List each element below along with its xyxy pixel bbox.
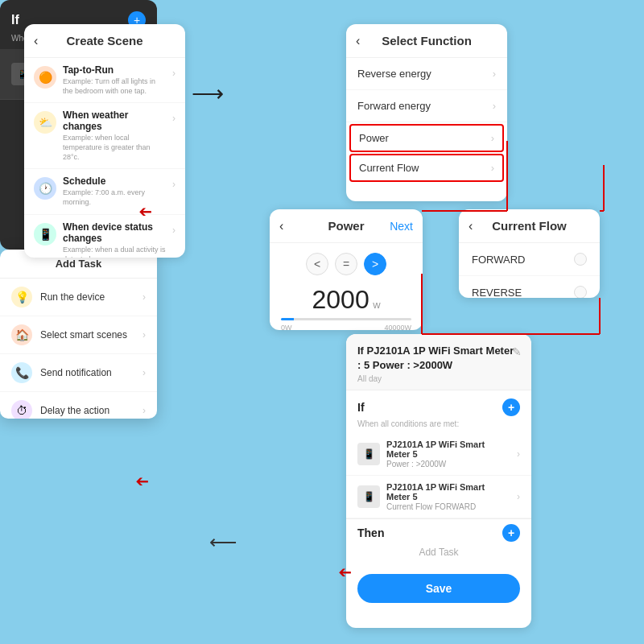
flow-label-0: FORWARD [472, 254, 525, 266]
condition-text-1: PJ2101A 1P WiFi Smart Meter 5 Current Fl… [386, 482, 510, 511]
create-scene-panel: ‹ Create Scene 🟠 Tap-to-Run Example: Tur… [24, 24, 185, 258]
then-label: Then [357, 526, 384, 539]
flow-item-1[interactable]: REVERSE [459, 276, 600, 298]
then-add-button[interactable]: + [502, 524, 520, 542]
power-unit: w [373, 299, 380, 311]
current-flow-header: ‹ Current Flow [459, 209, 600, 243]
result-header: If PJ2101A 1P WiFi Smart Meter : 5 Power… [346, 334, 531, 390]
current-flow-panel: ‹ Current Flow FORWARD REVERSE [459, 209, 600, 298]
scene-chevron-1: › [172, 113, 175, 124]
flow-label-1: REVERSE [472, 287, 522, 299]
main-flow-arrow: ⟶ [192, 80, 221, 107]
result-subtitle: All day [357, 374, 520, 383]
if-add-button[interactable]: + [502, 398, 520, 416]
flow-item-0[interactable]: FORWARD [459, 243, 600, 276]
function-item-1[interactable]: Forward energy › [346, 90, 507, 122]
power-panel: ‹ Power Next < = > 2000 w 0W 40000W [270, 209, 423, 330]
task-icon-0: 💡 [11, 287, 32, 308]
task-item-0[interactable]: 💡 Run the device › [0, 279, 157, 316]
slider-bar[interactable] [281, 318, 411, 320]
scene-items-list: 🟠 Tap-to-Run Example: Turn off all light… [24, 58, 185, 258]
slider-min: 0W [281, 324, 292, 330]
task-chevron-3: › [142, 405, 146, 416]
function-chevron-1: › [493, 100, 496, 112]
condition-item-1[interactable]: 📱 PJ2101A 1P WiFi Smart Meter 5 Current … [346, 476, 531, 518]
back-arrow-power[interactable]: ‹ [279, 219, 283, 233]
if-section-header: If + [346, 390, 531, 419]
condition-chevron-0: › [517, 448, 520, 460]
power-header: ‹ Power Next [270, 209, 423, 243]
scene-desc-0: Example: Turn off all lights in the bedr… [63, 77, 166, 96]
function-chevron-0: › [493, 68, 496, 80]
greater-than-btn[interactable]: > [364, 253, 386, 275]
scene-title-3: When device status changes [63, 221, 166, 244]
scene-icon-2: 🕐 [34, 177, 56, 200]
if-panel-title: If [11, 13, 19, 27]
add-task-text: Add Task [357, 542, 520, 563]
condition-icon-1: 📱 [357, 485, 380, 508]
scene-text-3: When device status changes Example: when… [63, 221, 166, 258]
condition-item-0[interactable]: 📱 PJ2101A 1P WiFi Smart Meter 5 Power : … [346, 433, 531, 476]
scene-chevron-3: › [172, 225, 175, 236]
create-scene-header: ‹ Create Scene [24, 24, 185, 58]
slider-max: 40000W [384, 324, 411, 330]
scene-title-0: Tap-to-Run [63, 64, 166, 76]
equals-btn[interactable]: = [335, 253, 357, 275]
task-chevron-0: › [142, 291, 146, 303]
function-chevron-3: › [491, 162, 494, 174]
condition-text-0: PJ2101A 1P WiFi Smart Meter 5 Power : >2… [386, 440, 510, 469]
scene-chevron-2: › [172, 179, 175, 190]
flow-radio-1[interactable] [574, 286, 587, 298]
flow-radio-0[interactable] [574, 253, 587, 266]
function-chevron-2: › [491, 132, 494, 144]
save-button[interactable]: Save [357, 574, 520, 603]
task-icon-2: 📞 [11, 362, 32, 383]
power-value-display: 2000 w [270, 285, 423, 318]
task-item-3[interactable]: ⏱ Delay the action › [0, 392, 157, 419]
scene-icon-0: 🟠 [34, 66, 56, 89]
scene-chevron-0: › [172, 68, 175, 79]
red-arrow-task: ➔ [135, 473, 149, 492]
task-label-3: Delay the action [40, 405, 134, 416]
select-function-header: ‹ Select Function [346, 24, 507, 58]
scene-item-2[interactable]: 🕐 Schedule Example: 7:00 a.m. every morn… [24, 169, 185, 214]
scene-item-3[interactable]: 📱 When device status changes Example: wh… [24, 215, 185, 258]
red-arrow-then: ➔ [338, 564, 352, 583]
task-item-1[interactable]: 🏠 Select smart scenes › [0, 316, 157, 354]
next-button[interactable]: Next [390, 220, 413, 233]
condition-icon-0: 📱 [357, 443, 380, 465]
create-scene-title: Create Scene [66, 34, 142, 47]
result-title: If PJ2101A 1P WiFi Smart Meter : 5 Power… [357, 344, 520, 373]
power-slider-area[interactable]: 0W 40000W [270, 318, 423, 330]
select-function-panel: ‹ Select Function Reverse energy › Forwa… [346, 24, 507, 201]
task-icon-1: 🏠 [11, 324, 32, 345]
scene-item-1[interactable]: ⛅ When weather changes Example: when loc… [24, 103, 185, 169]
task-chevron-1: › [142, 329, 146, 341]
function-items-list: Reverse energy › Forward energy › Power … [346, 58, 507, 182]
current-flow-title: Current Flow [492, 219, 567, 233]
scene-title-2: Schedule [63, 175, 166, 187]
power-title: Power [328, 219, 364, 233]
function-item-2[interactable]: Power › [349, 124, 504, 152]
if-label: If [357, 401, 365, 414]
scene-desc-1: Example: when local temperature is great… [63, 134, 166, 162]
red-arrow-scene: ➔ [138, 203, 152, 222]
task-items-list: 💡 Run the device › 🏠 Select smart scenes… [0, 279, 157, 419]
function-label-2: Power [359, 132, 389, 144]
back-arrow-cf[interactable]: ‹ [469, 219, 473, 233]
back-arrow-icon[interactable]: ‹ [34, 34, 38, 48]
less-than-btn[interactable]: < [306, 253, 328, 275]
function-item-0[interactable]: Reverse energy › [346, 58, 507, 90]
task-item-2[interactable]: 📞 Send notification › [0, 354, 157, 392]
power-number: 2000 [312, 285, 369, 314]
edit-icon[interactable]: ✎ [512, 345, 522, 358]
function-item-3[interactable]: Current Flow › [349, 154, 504, 182]
scene-desc-3: Example: when a dual activity is detecte… [63, 246, 166, 258]
then-row: Then + [357, 524, 520, 542]
task-label-0: Run the device [40, 291, 134, 303]
if-desc: When all conditions are met: [346, 419, 531, 433]
flow-items-list: FORWARD REVERSE [459, 243, 600, 298]
scene-icon-1: ⛅ [34, 111, 56, 134]
back-arrow-sf[interactable]: ‹ [356, 34, 360, 48]
scene-item-0[interactable]: 🟠 Tap-to-Run Example: Turn off all light… [24, 58, 185, 103]
